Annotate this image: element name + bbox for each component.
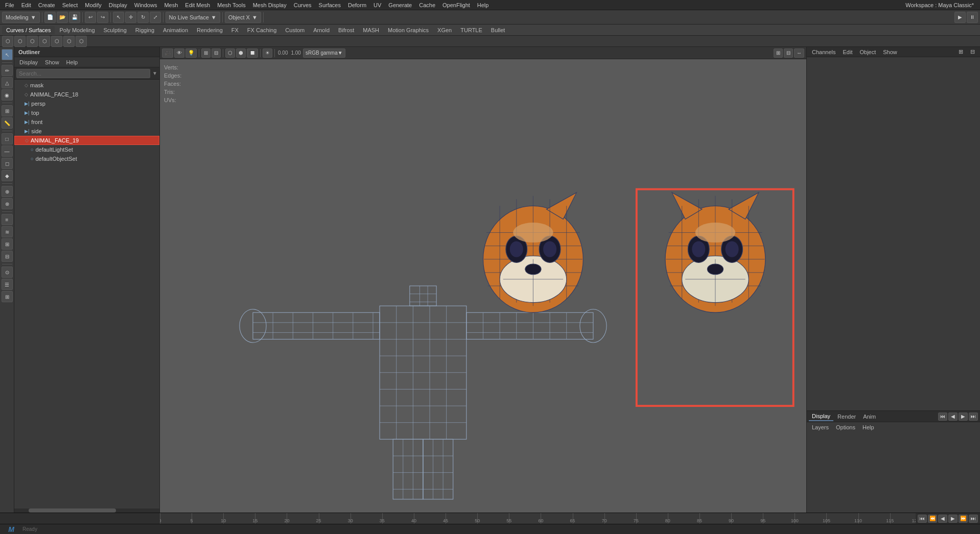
shelf-tab-motion-graphics[interactable]: Motion Graphics <box>384 26 433 34</box>
object-dropdown[interactable]: Object X ▼ <box>225 12 261 23</box>
vp-cam-btn[interactable]: 🎥 <box>162 48 173 58</box>
component-btn-1[interactable]: □ <box>2 133 13 144</box>
outliner-menu-display[interactable]: Display <box>16 58 41 66</box>
shelf-tab-rendering[interactable]: Rendering <box>193 26 227 34</box>
outliner-menu-show[interactable]: Show <box>42 58 62 66</box>
rb-tab-display[interactable]: Display <box>809 412 833 421</box>
deform-btn-2[interactable]: ≋ <box>2 226 13 237</box>
shelf-tab-bifrost[interactable]: Bifrost <box>334 26 358 34</box>
rb-nav-last[interactable]: ⏭ <box>969 412 978 421</box>
viewport-canvas[interactable]: Verts: 13871 0 0 Edges: 27773 0 0 Faces:… <box>160 59 806 513</box>
menu-display[interactable]: Display <box>106 1 130 9</box>
component-btn-4[interactable]: ◆ <box>2 170 13 181</box>
menu-deform[interactable]: Deform <box>345 1 369 9</box>
outliner-search-input[interactable] <box>16 69 150 78</box>
shelf-tab-custom[interactable]: Custom <box>281 26 309 34</box>
vp-right-btn-2[interactable]: ⊟ <box>784 48 793 58</box>
shelf-icon-5[interactable]: ⬡ <box>51 36 62 47</box>
paint-btn[interactable]: ✏ <box>2 65 13 76</box>
shelf-icon-4[interactable]: ⬡ <box>39 36 50 47</box>
rb-nav-first[interactable]: ⏮ <box>938 412 947 421</box>
rp-tab-edit[interactable]: Edit <box>839 48 855 56</box>
tree-item-default-light-set[interactable]: ○ defaultLightSet <box>14 145 159 154</box>
menu-surfaces[interactable]: Surfaces <box>316 1 344 9</box>
tree-item-persp[interactable]: ▶| persp <box>14 99 159 108</box>
save-file-btn[interactable]: 💾 <box>69 12 80 23</box>
rb-tab-render[interactable]: Render <box>834 412 859 421</box>
rp-collapse-btn[interactable]: ⊟ <box>967 47 978 56</box>
vp-layout-2[interactable]: ⊟ <box>212 48 221 58</box>
rb-menu-help[interactable]: Help <box>859 423 877 431</box>
live-surface-dropdown[interactable]: No Live Surface ▼ <box>166 12 220 23</box>
vp-solid-btn[interactable]: ⬢ <box>236 48 246 58</box>
select-tool-btn[interactable]: ↖ <box>113 12 124 23</box>
outliner-hscroll-thumb[interactable] <box>29 508 115 513</box>
rb-nav-next[interactable]: ▶ <box>959 412 968 421</box>
component-btn-2[interactable]: — <box>2 145 13 157</box>
deform-btn-1[interactable]: ≡ <box>2 214 13 225</box>
rp-tab-object[interactable]: Object <box>856 48 879 56</box>
shelf-icon-1[interactable]: ⬡ <box>2 36 13 47</box>
paint-weight-btn[interactable]: ◉ <box>2 89 13 101</box>
shelf-tab-sculpting[interactable]: Sculpting <box>100 26 131 34</box>
vp-texture-btn[interactable]: 🔲 <box>247 48 258 58</box>
tool-btn-2[interactable]: ⊗ <box>2 198 13 209</box>
menu-curves[interactable]: Curves <box>291 1 315 9</box>
menu-modify[interactable]: Modify <box>82 1 104 9</box>
shelf-icon-6[interactable]: ⬡ <box>63 36 75 47</box>
select-mode-btn[interactable]: ↖ <box>2 49 13 60</box>
rb-tab-anim[interactable]: Anim <box>860 412 879 421</box>
display-btn-2[interactable]: ☰ <box>2 279 13 290</box>
sculpt-btn[interactable]: △ <box>2 77 13 88</box>
shelf-tab-poly-modeling[interactable]: Poly Modeling <box>55 26 99 34</box>
new-file-btn[interactable]: 📄 <box>44 12 56 23</box>
rb-menu-layers[interactable]: Layers <box>809 423 832 431</box>
rp-expand-btn[interactable]: ⊞ <box>955 47 966 56</box>
shelf-tab-fx[interactable]: FX <box>227 26 243 34</box>
move-tool-btn[interactable]: ✛ <box>125 12 136 23</box>
play-next-btn[interactable]: ⏩ <box>959 515 968 523</box>
shelf-tab-rigging[interactable]: Rigging <box>131 26 158 34</box>
vp-right-btn-3[interactable]: ↔ <box>794 48 804 58</box>
tree-item-animal-face-18[interactable]: ◇ ANIMAL_FACE_18 <box>14 90 159 99</box>
menu-select[interactable]: Select <box>59 1 81 9</box>
vp-wireframe-btn[interactable]: ⬡ <box>225 48 235 58</box>
tool-btn-1[interactable]: ⊕ <box>2 186 13 197</box>
rotate-tool-btn[interactable]: ↻ <box>137 12 149 23</box>
scale-tool-btn[interactable]: ⤢ <box>150 12 161 23</box>
menu-edit-mesh[interactable]: Edit Mesh <box>182 1 213 9</box>
shelf-tab-fx-caching[interactable]: FX Caching <box>243 26 281 34</box>
vp-layout-1[interactable]: ⊞ <box>201 48 211 58</box>
menu-windows[interactable]: Windows <box>131 1 160 9</box>
rp-tab-channels[interactable]: Channels <box>809 48 838 56</box>
component-btn-3[interactable]: ◻ <box>2 158 13 169</box>
snap-btn[interactable]: ⊞ <box>2 105 13 116</box>
menu-edit[interactable]: Edit <box>18 1 34 9</box>
play-last-btn[interactable]: ⏭ <box>969 515 978 523</box>
vp-shading-btn[interactable]: 💡 <box>185 48 197 58</box>
outliner-menu-help[interactable]: Help <box>63 58 81 66</box>
play-back-btn[interactable]: ◀ <box>938 515 947 523</box>
menu-create[interactable]: Create <box>35 1 58 9</box>
vp-show-btn[interactable]: 👁 <box>174 48 184 58</box>
tree-item-side[interactable]: ▶| side <box>14 127 159 136</box>
shelf-tab-bullet[interactable]: Bullet <box>487 26 509 34</box>
menu-mesh[interactable]: Mesh <box>161 1 181 9</box>
menu-generate[interactable]: Generate <box>385 1 415 9</box>
measure-btn[interactable]: 📏 <box>2 117 13 129</box>
render-btn[interactable]: ▶ <box>954 12 966 23</box>
tree-item-top[interactable]: ▶| top <box>14 108 159 117</box>
shelf-tab-mash[interactable]: MASH <box>359 26 383 34</box>
shelf-tab-turtle[interactable]: TURTLE <box>456 26 486 34</box>
open-file-btn[interactable]: 📂 <box>57 12 68 23</box>
redo-btn[interactable]: ↪ <box>97 12 108 23</box>
display-btn-3[interactable]: ⊞ <box>2 291 13 302</box>
outliner-hscrollbar[interactable] <box>14 508 159 513</box>
tree-item-animal-face-19[interactable]: ◇ ANIMAL_FACE_19 <box>14 136 159 145</box>
menu-mesh-tools[interactable]: Mesh Tools <box>214 1 248 9</box>
vp-light-btn[interactable]: ☀ <box>263 48 272 58</box>
menu-file[interactable]: File <box>2 1 17 9</box>
tree-item-front[interactable]: ▶| front <box>14 117 159 127</box>
display-btn-1[interactable]: ⊙ <box>2 266 13 278</box>
rb-menu-options[interactable]: Options <box>833 423 858 431</box>
